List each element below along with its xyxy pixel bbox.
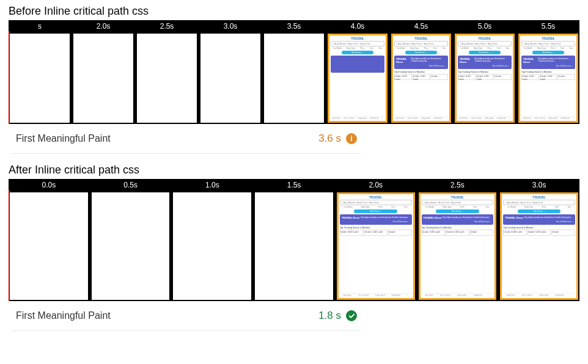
filter-pill[interactable]: Car Model bbox=[333, 47, 342, 49]
tab-item[interactable]: ≡ bbox=[407, 294, 408, 297]
filter-pill[interactable]: Year bbox=[505, 47, 509, 49]
filter-pill[interactable]: Car Model bbox=[344, 206, 353, 208]
direct-banner[interactable]: TRUEBIL DirectBuy highest quality cars D… bbox=[503, 214, 575, 225]
direct-banner[interactable]: TRUEBIL DirectBuy highest quality cars D… bbox=[331, 56, 384, 73]
filter-pill[interactable]: Fuel bbox=[560, 47, 564, 49]
filter-pill[interactable]: Body Type bbox=[410, 47, 419, 49]
tab-item[interactable]: ≡ bbox=[382, 117, 383, 120]
tab-item[interactable]: BROWSE bbox=[333, 117, 340, 120]
tab-item[interactable]: ≡ bbox=[571, 294, 572, 297]
filter-pill[interactable]: Body Type bbox=[443, 206, 452, 208]
filter-pill[interactable]: Price bbox=[488, 47, 492, 49]
car-card[interactable]: Under 3.00 Lakh bbox=[422, 230, 446, 236]
direct-banner[interactable]: TRUEBIL DirectBuy highest quality cars D… bbox=[521, 56, 575, 69]
search-input[interactable]: ⌕ Any Model • Any Price • Any Fuel bbox=[394, 41, 448, 46]
filter-pill[interactable]: Year bbox=[567, 206, 571, 208]
tab-item[interactable]: TEST DRIVE bbox=[471, 117, 482, 120]
tab-item[interactable]: EVALUATE bbox=[376, 294, 385, 297]
frame-thumbnail[interactable] bbox=[173, 192, 251, 300]
filter-pill[interactable]: Price bbox=[361, 47, 365, 49]
tab-item[interactable]: BROWSE bbox=[523, 117, 531, 120]
filter-pill[interactable]: Year bbox=[569, 47, 573, 49]
banner-link[interactable]: See all Direct cars → bbox=[523, 65, 573, 67]
search-input[interactable]: ⌕ Any Model • Any Price • Any Fuel bbox=[340, 200, 412, 205]
car-card[interactable]: Under 3.00 Lakh bbox=[394, 74, 412, 80]
filter-pill[interactable]: Year bbox=[378, 47, 382, 49]
car-card[interactable]: Under 5.00 Lakh bbox=[364, 230, 388, 236]
car-card[interactable]: Under bbox=[388, 230, 412, 236]
frame-thumbnail[interactable] bbox=[255, 192, 333, 300]
banner-link[interactable]: See all Direct cars → bbox=[505, 220, 573, 223]
tab-item[interactable]: TEST DRIVE bbox=[440, 294, 451, 297]
banner-link[interactable]: See all Direct cars → bbox=[460, 65, 510, 67]
car-card[interactable]: Under bbox=[470, 230, 494, 236]
frame-thumbnail[interactable] bbox=[92, 192, 170, 300]
frame-thumbnail[interactable]: TRUEBIL⌕ Any Model • Any Price • Any Fue… bbox=[500, 192, 578, 300]
search-input[interactable]: ⌕ Any Model • Any Price • Any Fuel bbox=[331, 41, 384, 46]
filter-pill[interactable]: Fuel bbox=[497, 47, 501, 49]
see-all-cars-button[interactable]: See all cars → bbox=[405, 51, 438, 54]
car-card[interactable]: Under bbox=[551, 230, 575, 236]
tab-item[interactable]: ≡ bbox=[446, 117, 447, 120]
filter-pill[interactable]: Year bbox=[486, 206, 490, 208]
car-card[interactable]: Under bbox=[494, 74, 512, 80]
filter-pill[interactable]: Car Model bbox=[524, 47, 532, 49]
filter-pill[interactable]: Body Type bbox=[474, 47, 482, 49]
car-card[interactable]: Under 5.00 Lakh bbox=[446, 230, 469, 236]
tab-item[interactable]: BROWSE bbox=[343, 294, 351, 297]
tab-item[interactable]: EVALUATE bbox=[548, 117, 557, 120]
frame-thumbnail[interactable]: TRUEBIL⌕ Any Model • Any Price • Any Fue… bbox=[455, 34, 515, 123]
car-card[interactable]: Under bbox=[557, 74, 575, 80]
tab-item[interactable]: TEST DRIVE bbox=[407, 117, 418, 120]
car-card[interactable]: Under 3.00 Lakh bbox=[503, 230, 527, 236]
tab-item[interactable]: BROWSE bbox=[460, 117, 468, 120]
tab-item[interactable]: ≡ bbox=[573, 117, 574, 120]
banner-link[interactable]: See all Direct cars → bbox=[424, 220, 492, 223]
frame-thumbnail[interactable]: TRUEBIL⌕ Any Model • Any Price • Any Fue… bbox=[391, 34, 451, 123]
tab-item[interactable]: BROWSE bbox=[425, 294, 433, 297]
car-card[interactable]: Under 5.00 Lakh bbox=[540, 74, 557, 80]
tab-item[interactable]: PREMIUM bbox=[560, 117, 569, 120]
tab-item[interactable]: EVALUATE bbox=[485, 117, 494, 120]
filter-pill[interactable]: Fuel bbox=[392, 206, 395, 208]
frame-thumbnail[interactable] bbox=[264, 34, 324, 123]
tab-item[interactable]: PREMIUM bbox=[555, 294, 564, 297]
direct-banner[interactable]: TRUEBIL DirectBuy highest quality cars D… bbox=[340, 214, 412, 225]
tab-item[interactable]: EVALUATE bbox=[457, 294, 466, 297]
filter-pill[interactable]: Price bbox=[424, 47, 428, 49]
tab-item[interactable]: TEST DRIVE bbox=[344, 117, 355, 120]
tab-item[interactable]: BROWSE bbox=[396, 117, 404, 120]
frame-thumbnail[interactable]: TRUEBIL⌕ Any Model • Any Price • Any Fue… bbox=[518, 34, 578, 123]
tab-item[interactable]: ≡ bbox=[509, 117, 510, 120]
filter-pill[interactable]: Price bbox=[460, 206, 465, 208]
frame-thumbnail[interactable] bbox=[10, 192, 88, 300]
filter-pill[interactable]: Body Type bbox=[361, 206, 370, 208]
filter-pill[interactable]: Car Model bbox=[507, 206, 516, 208]
filter-pill[interactable]: Price bbox=[378, 206, 383, 208]
frame-thumbnail[interactable]: TRUEBIL⌕ Any Model • Any Price • Any Fue… bbox=[337, 192, 415, 300]
frame-thumbnail[interactable]: TRUEBIL⌕ Any Model • Any Price • Any Fue… bbox=[328, 34, 388, 123]
banner-link[interactable]: See all Direct cars → bbox=[342, 220, 410, 223]
filter-pill[interactable]: Price bbox=[542, 206, 546, 208]
tab-item[interactable]: EVALUATE bbox=[421, 117, 430, 120]
filter-pill[interactable]: Fuel bbox=[555, 206, 559, 208]
search-input[interactable]: ⌕ Any Model • Any Price • Any Fuel bbox=[458, 41, 512, 46]
car-card[interactable]: Under 3.00 Lakh bbox=[521, 74, 539, 80]
search-input[interactable]: ⌕ Any Model • Any Price • Any Fuel bbox=[521, 41, 575, 46]
tab-item[interactable]: PREMIUM bbox=[497, 117, 505, 120]
car-card[interactable]: Under 3.00 Lakh bbox=[458, 74, 476, 80]
car-card[interactable]: Under 5.00 Lakh bbox=[527, 230, 551, 236]
frame-thumbnail[interactable] bbox=[137, 34, 197, 123]
filter-pill[interactable]: Year bbox=[404, 206, 408, 208]
see-all-cars-button[interactable]: See all cars → bbox=[354, 209, 397, 213]
see-all-cars-button[interactable]: See all cars → bbox=[469, 51, 501, 54]
filter-pill[interactable]: Fuel bbox=[370, 47, 373, 49]
car-card[interactable]: Under 3.00 Lakh bbox=[340, 230, 364, 236]
direct-banner[interactable]: TRUEBIL DirectBuy highest quality cars D… bbox=[394, 56, 448, 69]
filter-pill[interactable]: Body Type bbox=[537, 47, 546, 49]
frame-thumbnail[interactable] bbox=[73, 34, 133, 123]
tab-item[interactable]: TEST DRIVE bbox=[358, 294, 369, 297]
filter-pill[interactable]: Year bbox=[442, 47, 446, 49]
see-all-cars-button[interactable]: See all cars → bbox=[436, 209, 479, 213]
search-input[interactable]: ⌕ Any Model • Any Price • Any Fuel bbox=[422, 200, 494, 205]
